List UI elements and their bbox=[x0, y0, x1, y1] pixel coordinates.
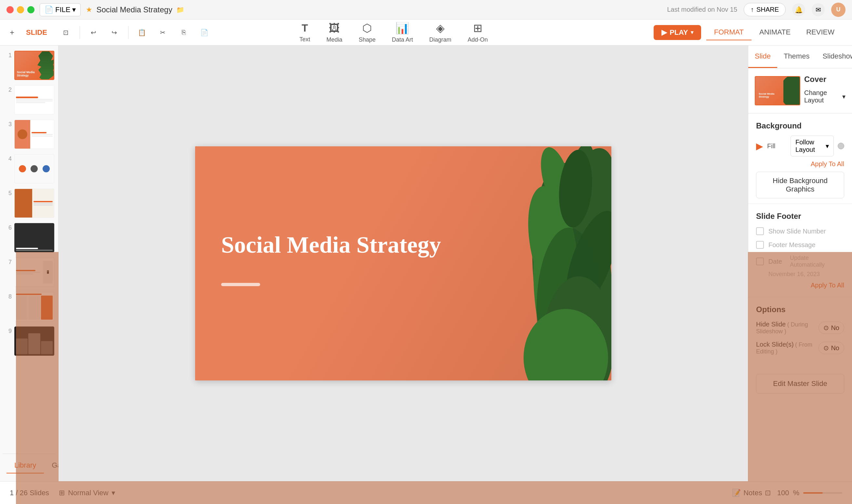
tab-format[interactable]: FORMAT bbox=[706, 25, 751, 40]
slide-thumbnail-5[interactable] bbox=[14, 188, 54, 218]
tab-slide[interactable]: Slide bbox=[748, 46, 777, 68]
slide-thumbnail-3[interactable] bbox=[14, 120, 54, 149]
avatar[interactable]: U bbox=[831, 3, 846, 17]
plant-thumbnail bbox=[37, 51, 54, 80]
addon-tool[interactable]: ⊞ Add-On bbox=[468, 21, 488, 43]
plant-decoration bbox=[442, 146, 611, 380]
apply-all-button[interactable]: Apply To All bbox=[756, 160, 844, 168]
text-icon: T bbox=[302, 22, 308, 34]
minimize-button[interactable] bbox=[17, 6, 24, 13]
slide-panel: 1 Social MediaStrategy 2 3 bbox=[0, 46, 58, 481]
change-layout-button[interactable]: Change Layout ▾ bbox=[804, 87, 846, 107]
list-item[interactable]: 6 bbox=[3, 222, 56, 254]
hide-background-graphics-button[interactable]: Hide Background Graphics bbox=[756, 172, 844, 198]
layout-preview-area: Social MediaStrategy Cover Change Layout… bbox=[748, 68, 852, 113]
footer-section-title: Slide Footer bbox=[756, 212, 844, 221]
diagram-tool[interactable]: ◈ Diagram bbox=[429, 21, 451, 43]
canvas-area: Social Media Strategy bbox=[58, 46, 748, 481]
maximize-button[interactable] bbox=[27, 6, 35, 13]
folder-icon[interactable]: 📁 bbox=[176, 6, 184, 14]
slide-decoration bbox=[221, 283, 260, 286]
footer-message-row: Footer Message bbox=[756, 241, 844, 249]
copy-button[interactable]: ⎘ bbox=[177, 25, 191, 40]
title-bar: 📄 FILE ▾ ★ Social Media Strategy 📁 Last … bbox=[0, 0, 852, 19]
slide-thumbnail-6[interactable] bbox=[14, 223, 54, 252]
shape-label: Shape bbox=[359, 36, 376, 43]
undo-button[interactable]: ↩ bbox=[87, 25, 101, 40]
divider-2 bbox=[128, 26, 128, 39]
chevron-down-icon: ▾ bbox=[826, 142, 829, 150]
fill-dropdown[interactable]: Follow Layout ▾ bbox=[791, 136, 834, 157]
dataart-tool[interactable]: 📊 Data Art bbox=[392, 21, 413, 43]
footer-message-label: Footer Message bbox=[768, 241, 816, 249]
center-toolbar: T Text 🖼 Media ⬡ Shape 📊 Data Art ◈ Diag… bbox=[300, 21, 488, 43]
list-item[interactable]: 2 bbox=[3, 84, 56, 116]
list-item[interactable]: 5 bbox=[3, 187, 56, 219]
diagram-icon: ◈ bbox=[436, 21, 445, 34]
slide-number: 8 bbox=[4, 292, 12, 300]
toolbar: + SLIDE ⊡ ↩ ↪ 📋 ✂ ⎘ 📄 T Text 🖼 Media ⬡ S… bbox=[0, 19, 852, 46]
format-tab-group: FORMAT ANIMATE REVIEW bbox=[706, 25, 842, 40]
show-slide-number-checkbox[interactable] bbox=[756, 227, 764, 235]
slide-thumbnail-2[interactable] bbox=[14, 85, 54, 114]
background-section: Background ▶ Fill Follow Layout ▾ Apply … bbox=[748, 113, 852, 204]
media-label: Media bbox=[326, 36, 342, 43]
share-icon: ↑ bbox=[750, 6, 754, 13]
slide-canvas[interactable]: Social Media Strategy bbox=[195, 146, 611, 380]
addon-label: Add-On bbox=[468, 36, 488, 43]
fill-color-swatch[interactable] bbox=[838, 143, 844, 149]
shape-tool[interactable]: ⬡ Shape bbox=[359, 21, 376, 43]
file-icon: 📄 bbox=[44, 5, 53, 14]
slide-label: SLIDE bbox=[21, 26, 52, 39]
tab-review[interactable]: REVIEW bbox=[798, 25, 842, 40]
slide-number: 2 bbox=[4, 85, 12, 93]
slide-number: 6 bbox=[4, 223, 12, 231]
tab-animate[interactable]: ANIMATE bbox=[751, 25, 798, 40]
list-item[interactable]: 4 bbox=[3, 153, 56, 185]
title-right-area: Last modified on Nov 15 ↑ SHARE 🔔 ✉ U bbox=[667, 3, 846, 17]
mail-icon-button[interactable]: ✉ bbox=[812, 3, 825, 16]
layout-icon-button[interactable]: ⊡ bbox=[59, 25, 73, 40]
right-panel-tabs: Slide Themes Slideshow bbox=[748, 46, 852, 68]
bell-icon-button[interactable]: 🔔 bbox=[792, 3, 805, 16]
chevron-down-icon: ▾ bbox=[72, 5, 76, 14]
main-area: 1 Social MediaStrategy 2 3 bbox=[0, 46, 852, 481]
tab-slideshow[interactable]: Slideshow bbox=[816, 46, 852, 68]
media-tool[interactable]: 🖼 Media bbox=[326, 22, 342, 43]
play-button[interactable]: ▶ PLAY ▾ bbox=[654, 25, 701, 40]
favorite-icon[interactable]: ★ bbox=[86, 5, 92, 14]
play-icon: ▶ bbox=[661, 28, 667, 37]
right-toolbar: ▶ PLAY ▾ FORMAT ANIMATE REVIEW bbox=[654, 25, 842, 40]
text-tool[interactable]: T Text bbox=[300, 22, 310, 43]
dataart-label: Data Art bbox=[392, 36, 413, 43]
dataart-icon: 📊 bbox=[395, 21, 409, 34]
slide-number: 9 bbox=[4, 326, 12, 335]
copy-style-button[interactable]: 📋 bbox=[135, 25, 149, 40]
file-menu-button[interactable]: 📄 FILE ▾ bbox=[40, 3, 80, 16]
document-title: ★ Social Media Strategy 📁 bbox=[86, 5, 184, 14]
layout-info: Cover Change Layout ▾ bbox=[804, 75, 846, 107]
footer-message-checkbox[interactable] bbox=[756, 241, 764, 249]
slide-thumbnail-4[interactable] bbox=[14, 154, 54, 183]
redo-button[interactable]: ↪ bbox=[107, 25, 122, 40]
list-item[interactable]: 1 Social MediaStrategy bbox=[3, 50, 56, 81]
paste-button[interactable]: 📄 bbox=[197, 25, 212, 40]
add-slide-button[interactable]: + bbox=[10, 28, 14, 37]
addon-icon: ⊞ bbox=[473, 21, 482, 34]
show-slide-number-row: Show Slide Number bbox=[756, 227, 844, 235]
list-item[interactable]: 3 bbox=[3, 119, 56, 150]
slide-thumbnail-1[interactable]: Social MediaStrategy bbox=[14, 51, 54, 80]
tab-themes[interactable]: Themes bbox=[777, 46, 816, 68]
close-button[interactable] bbox=[6, 6, 14, 13]
divider-1 bbox=[80, 26, 80, 39]
show-slide-number-label: Show Slide Number bbox=[768, 228, 826, 235]
slide-title: Social Media Strategy bbox=[221, 231, 441, 259]
toolbar-left: + SLIDE ⊡ ↩ ↪ 📋 ✂ ⎘ 📄 bbox=[10, 25, 212, 40]
fill-label: Fill bbox=[767, 142, 787, 150]
slide-number: 1 bbox=[4, 51, 12, 59]
share-button[interactable]: ↑ SHARE bbox=[744, 3, 786, 16]
background-title: Background bbox=[756, 121, 844, 130]
slide-number: 5 bbox=[4, 188, 12, 197]
media-icon: 🖼 bbox=[329, 22, 340, 34]
cut-button[interactable]: ✂ bbox=[156, 25, 170, 40]
